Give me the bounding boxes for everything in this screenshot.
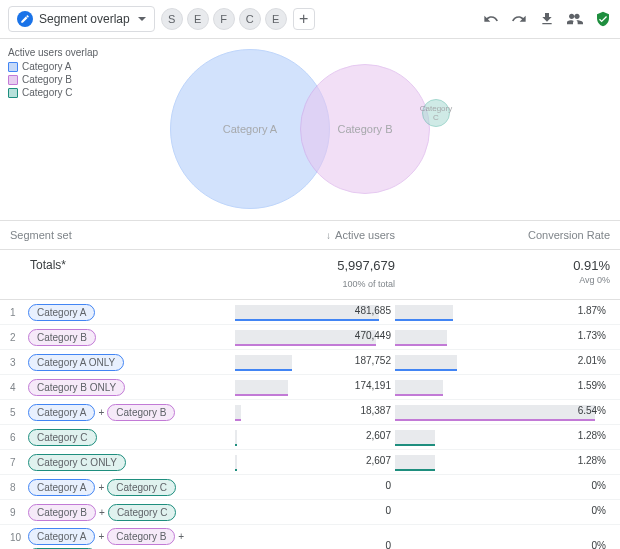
table-row[interactable]: 7Category C ONLY2,6071.28% [0, 450, 620, 475]
bar-bg [235, 355, 292, 369]
row-tags: Category C [28, 429, 235, 446]
topbar-left: Segment overlap SEFCE + [8, 6, 315, 32]
conv-value: 0% [592, 540, 606, 550]
row-number: 5 [10, 407, 28, 418]
users-bar-cell: 470,449 [235, 328, 395, 346]
bar-line [235, 344, 376, 346]
row-number: 7 [10, 457, 28, 468]
bar-line [235, 319, 379, 321]
segment-tag[interactable]: Category B [107, 404, 175, 421]
segment-tag[interactable]: Category B ONLY [28, 379, 125, 396]
conv-value: 6.54% [578, 405, 606, 416]
legend-title: Active users overlap [8, 47, 98, 58]
users-value: 18,387 [360, 405, 391, 416]
table-row[interactable]: 1Category A481,6851.87% [0, 300, 620, 325]
chip-s[interactable]: S [161, 8, 183, 30]
conv-bar-cell: 1.28% [395, 428, 610, 446]
download-icon[interactable] [538, 10, 556, 28]
table-row[interactable]: 2Category B470,4491.73% [0, 325, 620, 350]
conv-value: 1.87% [578, 305, 606, 316]
segment-overlap-label: Segment overlap [39, 12, 130, 26]
legend-swatch [8, 88, 18, 98]
segment-tag[interactable]: Category C [107, 479, 176, 496]
sort-down-icon: ↓ [326, 230, 331, 241]
row-tags: Category A [28, 304, 235, 321]
table-row[interactable]: 9Category B+Category C00% [0, 500, 620, 525]
legend-item: Category A [8, 61, 98, 72]
plus-separator: + [98, 531, 104, 542]
table-row[interactable]: 5Category A+Category B18,3876.54% [0, 400, 620, 425]
row-tags: Category B [28, 329, 235, 346]
row-number: 1 [10, 307, 28, 318]
legend-label: Category C [22, 87, 73, 98]
legend-swatch [8, 75, 18, 85]
segment-tag[interactable]: Category A ONLY [28, 354, 124, 371]
segment-tag[interactable]: Category C [28, 429, 97, 446]
users-bar-cell: 0 [235, 478, 395, 496]
share-icon[interactable] [566, 10, 584, 28]
conv-value: 1.28% [578, 430, 606, 441]
row-tags: Category B ONLY [28, 379, 235, 396]
table-row[interactable]: 3Category A ONLY187,7522.01% [0, 350, 620, 375]
totals-label: Totals* [10, 258, 235, 289]
row-tags: Category A+Category C [28, 479, 235, 496]
bar-bg [235, 455, 237, 469]
totals-conv-sub: Avg 0% [579, 275, 610, 285]
users-bar-cell: 187,752 [235, 353, 395, 371]
plus-separator: + [98, 482, 104, 493]
col-segment-set[interactable]: Segment set [10, 229, 235, 241]
col-active-users[interactable]: ↓ Active users [235, 229, 395, 241]
venn-chart: Active users overlap Category ACategory … [0, 39, 620, 221]
chip-c[interactable]: C [239, 8, 261, 30]
users-bar-cell: 2,607 [235, 428, 395, 446]
legend: Active users overlap Category ACategory … [8, 47, 98, 100]
segment-tag[interactable]: Category B [28, 504, 96, 521]
chip-e[interactable]: E [187, 8, 209, 30]
row-tags: Category A+Category B [28, 404, 235, 421]
segment-tag[interactable]: Category C ONLY [28, 454, 126, 471]
users-value: 2,607 [366, 455, 391, 466]
conv-bar-cell: 0% [395, 538, 610, 550]
conv-bg [395, 405, 595, 419]
bar-line [235, 369, 292, 371]
legend-item: Category C [8, 87, 98, 98]
users-value: 0 [385, 480, 391, 491]
table-row[interactable]: 8Category A+Category C00% [0, 475, 620, 500]
plus-separator: + [178, 531, 184, 542]
conv-line [395, 444, 435, 446]
conv-bg [395, 305, 453, 319]
segment-tag[interactable]: Category A [28, 304, 95, 321]
segment-tag[interactable]: Category A [28, 528, 95, 545]
col-conversion-rate[interactable]: Conversion Rate [395, 229, 610, 241]
bar-line [235, 469, 237, 471]
conv-line [395, 469, 435, 471]
table-row[interactable]: 10Category A+Category B+Category C00% [0, 525, 620, 549]
conv-bar-cell: 1.59% [395, 378, 610, 396]
venn-circle-b: Category B [300, 64, 430, 194]
redo-icon[interactable] [510, 10, 528, 28]
conv-line [395, 344, 447, 346]
chevron-down-icon [138, 17, 146, 21]
legend-swatch [8, 62, 18, 72]
chip-e[interactable]: E [265, 8, 287, 30]
conv-bg [395, 430, 435, 444]
segment-tag[interactable]: Category A [28, 479, 95, 496]
table-row[interactable]: 4Category B ONLY174,1911.59% [0, 375, 620, 400]
conv-bg [395, 455, 435, 469]
row-tags: Category B+Category C [28, 504, 235, 521]
undo-icon[interactable] [482, 10, 500, 28]
chip-f[interactable]: F [213, 8, 235, 30]
segment-tag[interactable]: Category C [108, 504, 177, 521]
totals-row: Totals* 5,997,679 100% of total 0.91% Av… [0, 250, 620, 300]
pencil-icon [17, 11, 33, 27]
segment-tag[interactable]: Category B [107, 528, 175, 545]
row-tags: Category C ONLY [28, 454, 235, 471]
segment-overlap-button[interactable]: Segment overlap [8, 6, 155, 32]
conv-bg [395, 330, 447, 344]
table-row[interactable]: 6Category C2,6071.28% [0, 425, 620, 450]
segment-tag[interactable]: Category A [28, 404, 95, 421]
segment-tag[interactable]: Category B [28, 329, 96, 346]
add-button[interactable]: + [293, 8, 315, 30]
conv-value: 0% [592, 480, 606, 491]
shield-icon[interactable] [594, 10, 612, 28]
